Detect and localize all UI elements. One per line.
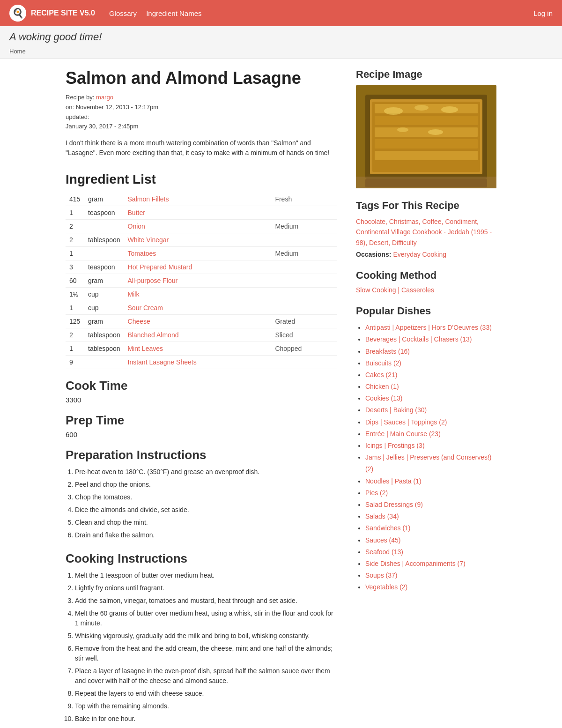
popular-dish-link[interactable]: Salads (34) xyxy=(365,513,399,520)
recipe-by-label: Recipe by: xyxy=(66,94,96,101)
ingredient-name[interactable]: Onion xyxy=(124,220,272,233)
popular-dish-link[interactable]: Sandwiches (1) xyxy=(365,524,411,532)
popular-dish-link[interactable]: Dips | Sauces | Toppings (2) xyxy=(365,418,447,426)
cook-time-title: Cook Time xyxy=(66,379,337,393)
ingredient-name[interactable]: Butter xyxy=(124,206,272,220)
popular-dish-link[interactable]: Seafood (13) xyxy=(365,548,403,556)
ingredient-names-link[interactable]: Ingredient Names xyxy=(146,9,201,17)
popular-dish-link[interactable]: Chicken (1) xyxy=(365,383,399,390)
prep-time-section: Prep Time 600 xyxy=(66,413,337,438)
ingredient-note xyxy=(271,301,337,315)
ingredient-qty: 415 xyxy=(66,193,84,206)
cooking-method-link[interactable]: Slow Cooking | Casseroles xyxy=(356,286,434,294)
table-row: 1½ cup Milk xyxy=(66,288,337,301)
ingredient-unit: teaspoon xyxy=(84,206,124,220)
popular-dish-link[interactable]: Sauces (45) xyxy=(365,536,400,544)
popular-dish-link[interactable]: Side Dishes | Accompaniments (7) xyxy=(365,560,466,567)
popular-dish-link[interactable]: Icings | Frostings (3) xyxy=(365,442,425,449)
list-item: Chicken (1) xyxy=(365,381,496,393)
list-item: Breakfasts (16) xyxy=(365,346,496,357)
popular-dish-link[interactable]: Breakfasts (16) xyxy=(365,348,410,355)
prep-time-value: 600 xyxy=(66,431,337,438)
popular-dish-link[interactable]: Cookies (13) xyxy=(365,394,402,402)
ingredient-unit xyxy=(84,356,124,369)
ingredient-qty: 3 xyxy=(66,260,84,274)
ingredient-name[interactable]: Salmon Fillets xyxy=(124,193,272,206)
popular-dish-link[interactable]: Buiscuits (2) xyxy=(365,359,401,367)
svg-point-11 xyxy=(441,106,458,113)
image-section: Recipe Image xyxy=(356,68,496,188)
list-item: Peel and chop the onions. xyxy=(75,480,337,490)
popular-dish-link[interactable]: Pies (2) xyxy=(365,489,388,497)
list-item: Icings | Frostings (3) xyxy=(365,440,496,452)
breadcrumb: Home xyxy=(9,46,553,59)
ingredient-name[interactable]: Cheese xyxy=(124,315,272,328)
recipe-date: on: November 12, 2013 - 12:17pm xyxy=(66,104,158,111)
ingredient-name[interactable]: Sour Cream xyxy=(124,301,272,315)
list-item: Add the salmon, vinegar, tomatoes and mu… xyxy=(75,596,337,606)
table-row: 1 tablespoon Mint Leaves Chopped xyxy=(66,342,337,356)
tags-section: Tags For This Recipe Chocolate, Christma… xyxy=(356,200,496,258)
ingredient-name[interactable]: Hot Prepared Mustard xyxy=(124,260,272,274)
list-item: Cakes (21) xyxy=(365,369,496,381)
ingredient-name[interactable]: White Vinegar xyxy=(124,233,272,247)
table-row: 2 tablespoon White Vinegar xyxy=(66,233,337,247)
ingredient-name[interactable]: Blanched Almond xyxy=(124,328,272,342)
ingredient-unit: teaspoon xyxy=(84,260,124,274)
ingredient-note: Medium xyxy=(271,247,337,260)
table-row: 3 teaspoon Hot Prepared Mustard xyxy=(66,260,337,274)
popular-dish-link[interactable]: Entrée | Main Course (23) xyxy=(365,430,441,438)
popular-dish-link[interactable]: Jams | Jellies | Preserves (and Conserve… xyxy=(365,453,491,473)
list-item: Whisking vigorously, gradually add the m… xyxy=(75,631,337,641)
list-item: Pre-heat oven to 180°C. (350°F) and grea… xyxy=(75,467,337,477)
table-row: 1 teaspoon Butter xyxy=(66,206,337,220)
ingredient-unit: gram xyxy=(84,193,124,206)
popular-dish-link[interactable]: Soups (37) xyxy=(365,572,397,579)
ingredient-name[interactable]: Tomatoes xyxy=(124,247,272,260)
ingredient-note xyxy=(271,260,337,274)
popular-dish-link[interactable]: Cakes (21) xyxy=(365,371,397,379)
ingredient-name[interactable]: All-purpose Flour xyxy=(124,274,272,288)
popular-dish-link[interactable]: Antipasti | Appetizers | Hors D'Oeuvres … xyxy=(365,324,492,331)
ingredient-note: Grated xyxy=(271,315,337,328)
popular-dish-link[interactable]: Beverages | Cocktails | Chasers (13) xyxy=(365,335,472,343)
popular-dish-link[interactable]: Noodles | Pasta (1) xyxy=(365,477,422,485)
ingredient-name[interactable]: Milk xyxy=(124,288,272,301)
popular-dish-link[interactable]: Deserts | Baking (30) xyxy=(365,406,427,414)
svg-point-10 xyxy=(414,105,429,111)
recipe-title: Salmon and Almond Lasagne xyxy=(66,68,337,88)
ingredient-note xyxy=(271,233,337,247)
svg-rect-6 xyxy=(375,127,478,137)
occasions-link[interactable]: Everyday Cooking xyxy=(393,251,446,258)
ingredient-name[interactable]: Instant Lasagne Sheets xyxy=(124,356,272,369)
ingredient-qty: 9 xyxy=(66,356,84,369)
svg-rect-7 xyxy=(375,139,478,149)
mid-left: Cook Time 3300 Prep Time 600 Preparation… xyxy=(66,379,337,728)
svg-point-13 xyxy=(428,129,443,135)
home-link[interactable]: Home xyxy=(9,48,26,55)
site-logo[interactable]: 🍳 RECIPE SITE V5.0 xyxy=(9,5,95,22)
table-row: 2 tablespoon Blanched Almond Sliced xyxy=(66,328,337,342)
ingredient-name[interactable]: Mint Leaves xyxy=(124,342,272,356)
list-item: Bake in for one hour. xyxy=(75,714,337,724)
occasions: Occasions: Everyday Cooking xyxy=(356,251,496,258)
list-item: Soups (37) xyxy=(365,570,496,581)
popular-dish-link[interactable]: Vegetables (2) xyxy=(365,583,407,591)
popular-dish-link[interactable]: Salad Dressings (9) xyxy=(365,501,423,508)
recipe-meta: Recipe by: margo on: November 12, 2013 -… xyxy=(66,93,337,132)
list-item: Deserts | Baking (30) xyxy=(365,404,496,416)
list-item: Pies (2) xyxy=(365,487,496,499)
glossary-link[interactable]: Glossary xyxy=(109,9,137,17)
table-row: 415 gram Salmon Fillets Fresh xyxy=(66,193,337,206)
main-content: Salmon and Almond Lasagne Recipe by: mar… xyxy=(56,59,506,728)
login-link[interactable]: Log in xyxy=(533,9,553,17)
ingredient-note: Fresh xyxy=(271,193,337,206)
ingredient-unit: gram xyxy=(84,315,124,328)
svg-point-9 xyxy=(384,107,403,115)
list-item: Vegetables (2) xyxy=(365,581,496,593)
content-right: Recipe Image xyxy=(356,68,496,728)
preparation-section: Preparation Instructions Pre-heat oven t… xyxy=(66,448,337,540)
author-link[interactable]: margo xyxy=(96,94,113,101)
nav-links: Glossary Ingredient Names xyxy=(109,9,202,17)
ingredient-note: Sliced xyxy=(271,328,337,342)
